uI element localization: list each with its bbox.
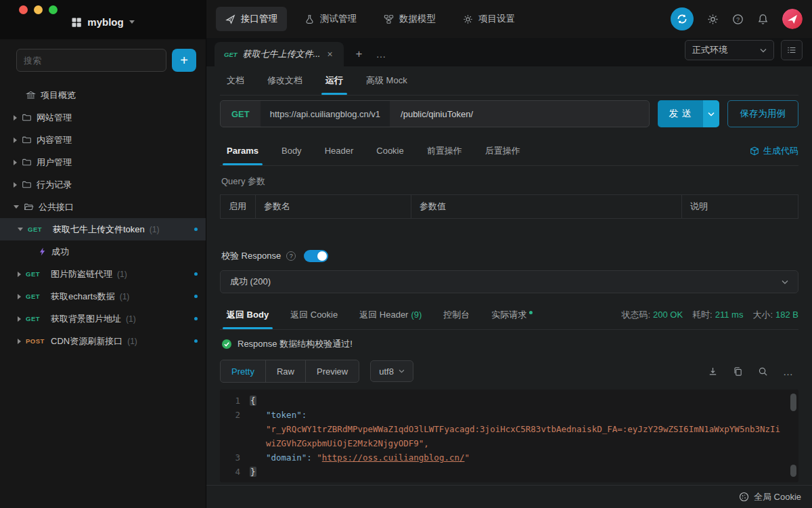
quote: " — [317, 452, 322, 463]
help-icon[interactable]: ? — [286, 251, 296, 261]
nav-project-settings[interactable]: 项目设置 — [453, 7, 524, 31]
tab-advanced-mock[interactable]: 高级 Mock — [366, 66, 407, 95]
sidebar-api-cdn-refresh[interactable]: POST CDN资源刷新接口 (1) — [0, 330, 206, 352]
sidebar-folder-public-api[interactable]: 公共接口 — [0, 196, 206, 218]
window-minimize-button[interactable] — [34, 5, 43, 14]
tab-return-header[interactable]: 返回 Header(9) — [359, 300, 422, 329]
sidebar-api-background-image[interactable]: GET 获取背景图片地址 (1) — [0, 308, 206, 330]
nav-api-management[interactable]: 接口管理 — [216, 7, 287, 31]
window-zoom-button[interactable] — [49, 5, 58, 14]
column-param-name: 参数名 — [256, 195, 411, 218]
tab-header[interactable]: Header — [325, 136, 354, 165]
sync-dot — [194, 339, 198, 343]
environment-manage-button[interactable] — [781, 40, 803, 60]
tab-strip: GET 获取七牛上传文件... × + … 正式环境 — [206, 38, 812, 66]
add-api-button[interactable]: + — [172, 49, 196, 72]
chevron-down-icon — [782, 280, 788, 284]
copy-icon[interactable] — [733, 366, 743, 377]
app-window: myblog + 项目概览 网站管理 — [0, 0, 812, 508]
environment-select[interactable]: 正式环境 — [685, 40, 774, 60]
validation-result-message: Response 数据结构校验通过! — [220, 338, 798, 350]
gear-icon — [707, 14, 719, 25]
tab-body[interactable]: Body — [281, 136, 302, 165]
base-url[interactable]: https://api.cuiliangblog.cn/v1 — [261, 101, 390, 127]
help-icon: ? — [732, 14, 744, 25]
send-options-caret[interactable] — [703, 100, 719, 127]
tab-cookie[interactable]: Cookie — [376, 136, 403, 165]
bell-icon — [757, 14, 769, 25]
open-tab[interactable]: GET 获取七牛上传文件... × — [215, 42, 344, 66]
view-preview-button[interactable]: Preview — [306, 360, 359, 382]
sidebar-folder-behavior[interactable]: 行为记录 — [0, 173, 206, 196]
tab-actual-request[interactable]: 实际请求 — [491, 300, 533, 329]
caret-right-icon — [18, 294, 21, 299]
project-switcher[interactable]: myblog — [0, 16, 206, 28]
tab-edit-docs[interactable]: 修改文档 — [267, 66, 302, 95]
sidebar-case-success[interactable]: 成功 — [0, 240, 206, 263]
line-numbers: 1 2 3 4 — [220, 389, 248, 482]
generate-code-button[interactable]: 生成代码 — [750, 145, 798, 157]
save-as-case-button[interactable]: 保存为用例 — [727, 100, 799, 127]
sidebar-item-project-overview[interactable]: 项目概览 — [0, 84, 206, 106]
tab-more-button[interactable]: … — [376, 48, 387, 60]
sidebar-api-image-proxy[interactable]: GET 图片防盗链代理 (1) — [0, 263, 206, 285]
tab-docs[interactable]: 文档 — [227, 66, 244, 95]
api-run-panel: 文档 修改文档 运行 高级 Mock GET https://api.cuili… — [206, 66, 812, 485]
response-view-toolbar: Pretty Raw Preview utf8 — [220, 360, 798, 383]
chevron-down-icon — [129, 20, 135, 24]
table-header-row: 启用 参数名 参数值 说明 — [220, 194, 798, 219]
flask-icon — [304, 14, 315, 24]
sidebar-item-label: 获取背景图片地址 — [51, 313, 121, 325]
nav-test-management[interactable]: 测试管理 — [295, 7, 366, 31]
window-close-button[interactable] — [19, 5, 28, 14]
nav-data-model[interactable]: 数据模型 — [374, 7, 445, 31]
validate-response-toggle[interactable] — [304, 250, 328, 262]
close-icon[interactable]: × — [325, 49, 334, 60]
sidebar-api-echarts-data[interactable]: GET 获取echarts数据 (1) — [0, 285, 206, 308]
sidebar-folder-content[interactable]: 内容管理 — [0, 129, 206, 151]
sidebar-api-qiniu-token[interactable]: GET 获取七牛上传文件token (1) — [0, 218, 206, 240]
send-button[interactable]: 发送 — [658, 100, 719, 127]
editor-scrollbar-end[interactable] — [790, 465, 796, 477]
response-case-select[interactable]: 成功 (200) — [220, 270, 798, 293]
response-time: 耗时:211 ms — [692, 309, 743, 321]
encoding-select[interactable]: utf8 — [370, 360, 413, 382]
tab-pre-ops[interactable]: 前置操作 — [427, 136, 462, 165]
case-count: (1) — [126, 314, 136, 324]
download-icon[interactable] — [708, 366, 718, 377]
url-input-group: GET https://api.cuiliangblog.cn/v1 /publ… — [220, 100, 650, 127]
notifications-button[interactable] — [757, 14, 769, 25]
request-path-input[interactable]: /public/qiniuToken/ — [390, 109, 648, 119]
new-tab-button[interactable]: + — [356, 47, 363, 61]
tab-return-cookie[interactable]: 返回 Cookie — [290, 300, 338, 329]
tab-post-ops[interactable]: 后置操作 — [485, 136, 520, 165]
global-cookie-button[interactable]: 全局 Cookie — [739, 491, 801, 503]
request-method[interactable]: GET — [221, 109, 261, 119]
sync-button[interactable] — [671, 7, 694, 30]
tab-return-body[interactable]: 返回 Body — [227, 300, 269, 329]
global-cookie-label: 全局 Cookie — [754, 491, 801, 503]
user-avatar[interactable] — [782, 9, 803, 29]
sidebar-item-label: 公共接口 — [39, 201, 74, 213]
settings-button[interactable] — [707, 14, 719, 25]
tab-method-badge: GET — [224, 51, 238, 58]
domain-link[interactable]: https://oss.cuiliangblog.cn/ — [322, 452, 465, 463]
folder-open-icon — [24, 202, 34, 212]
caret-down-icon — [14, 205, 19, 209]
search-input[interactable] — [16, 49, 166, 72]
sync-dot — [194, 272, 198, 276]
tab-params[interactable]: Params — [227, 136, 258, 165]
more-icon[interactable]: … — [783, 366, 793, 377]
tab-console[interactable]: 控制台 — [443, 300, 470, 329]
tab-run[interactable]: 运行 — [325, 66, 343, 95]
view-pretty-button[interactable]: Pretty — [221, 360, 266, 382]
help-button[interactable]: ? — [732, 14, 744, 25]
sidebar-folder-site[interactable]: 网站管理 — [0, 106, 206, 129]
view-raw-button[interactable]: Raw — [266, 360, 306, 382]
search-icon[interactable] — [758, 366, 768, 377]
sidebar-folder-users[interactable]: 用户管理 — [0, 151, 206, 173]
rocket-icon — [225, 14, 235, 24]
sidebar-item-label: 行为记录 — [37, 179, 72, 191]
editor-scrollbar[interactable] — [790, 394, 796, 411]
response-meta: 状态码:200 OK 耗时:211 ms 大小:182 B — [621, 309, 798, 321]
